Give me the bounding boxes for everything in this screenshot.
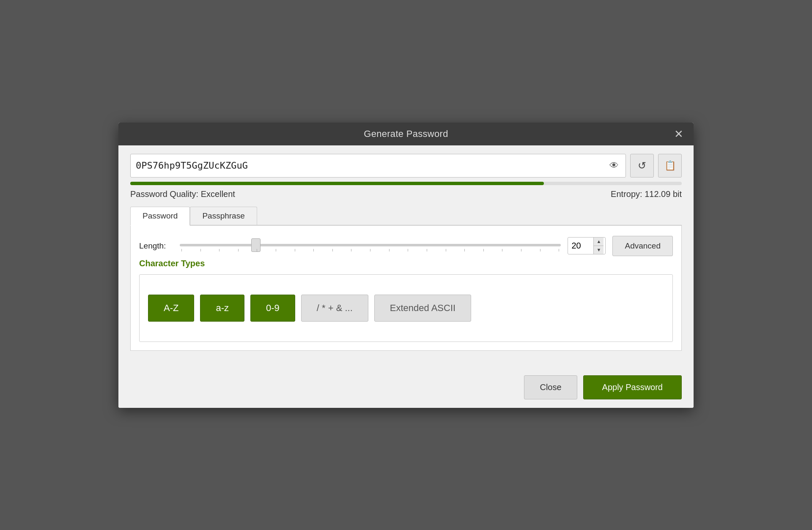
toggle-visibility-button[interactable]: 👁: [608, 158, 620, 173]
tab-password[interactable]: Password: [130, 207, 190, 226]
eye-icon: 👁: [609, 160, 619, 171]
entropy-label: Entropy: 112.09 bit: [611, 189, 682, 199]
tick: [276, 249, 276, 251]
char-type-digits-button[interactable]: 0-9: [250, 295, 295, 322]
tick: [464, 249, 465, 251]
tick: [446, 249, 446, 251]
tick: [332, 249, 333, 251]
generate-password-dialog: Generate Password ✕ 👁 ↺ 📋 Passwor: [118, 123, 694, 408]
tick: [427, 249, 427, 251]
strength-bar-fill: [130, 182, 544, 185]
clipboard-icon: 📋: [664, 160, 676, 171]
strength-bar-background: [130, 182, 682, 185]
tick: [351, 249, 351, 251]
char-type-lowercase-button[interactable]: a-z: [200, 295, 244, 322]
tick: [502, 249, 502, 251]
password-input-row: 👁 ↺ 📋: [130, 154, 682, 178]
character-types-section: Character Types A-Z a-z 0-9 / * + & ...: [139, 259, 673, 342]
character-types-box: A-Z a-z 0-9 / * + & ... Extended ASCII: [139, 274, 673, 342]
tab-content-password: Length:: [130, 226, 682, 351]
refresh-icon: ↺: [638, 160, 646, 172]
regenerate-button[interactable]: ↺: [630, 154, 654, 178]
dialog-title: Generate Password: [364, 128, 448, 139]
char-type-special-button[interactable]: / * + & ...: [301, 295, 368, 322]
tick: [295, 249, 295, 251]
character-types-label: Character Types: [139, 259, 673, 268]
tick: [257, 249, 257, 251]
close-icon-button[interactable]: ✕: [671, 127, 687, 141]
spinbox-up-button[interactable]: ▲: [594, 238, 604, 246]
length-row: Length:: [139, 236, 673, 256]
copy-to-clipboard-button[interactable]: 📋: [658, 154, 682, 178]
quality-row: Password Quality: Excellent Entropy: 112…: [130, 189, 682, 199]
tick: [313, 249, 314, 251]
char-type-uppercase-button[interactable]: A-Z: [148, 295, 194, 322]
tabs: Password Passphrase: [130, 207, 682, 226]
spinbox-down-button[interactable]: ▼: [594, 246, 604, 254]
tick: [483, 249, 484, 251]
tick: [219, 249, 219, 251]
length-slider-wrapper: [180, 240, 561, 251]
tick: [389, 249, 390, 251]
close-button[interactable]: Close: [524, 375, 577, 399]
password-quality-label: Password Quality: Excellent: [130, 189, 235, 199]
tick: [238, 249, 239, 251]
tick: [540, 249, 540, 251]
spinbox-arrows: ▲ ▼: [593, 238, 604, 254]
title-bar: Generate Password ✕: [118, 123, 694, 145]
tab-passphrase[interactable]: Passphrase: [190, 207, 257, 225]
char-type-extended-ascii-button[interactable]: Extended ASCII: [374, 295, 471, 322]
length-spinbox: ▲ ▼: [568, 237, 606, 254]
tick: [408, 249, 408, 251]
tick: [559, 249, 559, 251]
dialog-content: 👁 ↺ 📋 Password Quality: Excellent Entrop…: [118, 145, 694, 369]
advanced-button[interactable]: Advanced: [612, 236, 673, 256]
password-input[interactable]: [136, 160, 608, 171]
tick: [181, 249, 182, 251]
password-input-wrapper: 👁: [130, 154, 626, 178]
tick: [200, 249, 201, 251]
tick: [370, 249, 370, 251]
apply-password-button[interactable]: Apply Password: [583, 375, 682, 399]
dialog-footer: Close Apply Password: [118, 369, 694, 408]
tick: [521, 249, 521, 251]
length-spinbox-input[interactable]: [568, 238, 593, 254]
length-slider[interactable]: [180, 244, 561, 246]
length-label: Length:: [139, 241, 173, 251]
